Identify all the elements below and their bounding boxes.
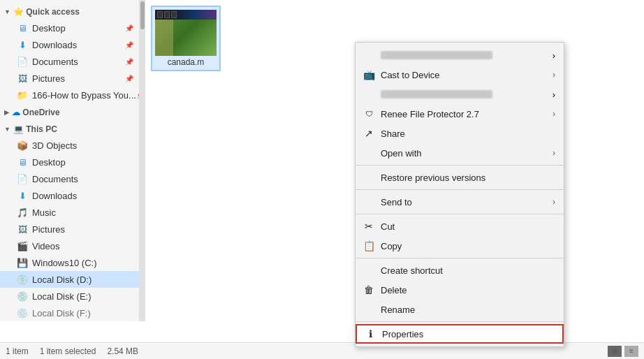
ctx-copy-label: Copy: [381, 241, 402, 251]
ctx-divider-1: [356, 165, 564, 166]
sidebar-videos-label: Videos: [32, 241, 60, 251]
sidebar-localdiskd-label: Local Disk (D:): [32, 274, 92, 285]
pictures-icon: 🖼: [17, 73, 28, 84]
downloads-icon: ⬇: [17, 39, 28, 50]
sidebar-item-folder[interactable]: 📁 166-How to Bypass You... 📌: [0, 87, 139, 103]
ctx-item-sendto[interactable]: Send to ›: [356, 192, 564, 212]
sidebar-item-3dobjects[interactable]: 📦 3D Objects: [0, 137, 139, 154]
sidebar-item-desktop[interactable]: 🖥 Desktop 📌: [0, 20, 139, 36]
pin-icon-4: 📌: [125, 75, 133, 82]
localdisk-d-icon: 💿: [17, 274, 28, 285]
sidebar-item-videos[interactable]: 🎬 Videos: [0, 237, 139, 254]
delete-icon: 🗑: [363, 284, 375, 296]
ctx-divider-5: [356, 321, 564, 322]
view-icons: ⊞ ≡: [608, 346, 638, 357]
restore-icon: [363, 171, 375, 184]
sidebar-item-music[interactable]: 🎵 Music: [0, 204, 139, 221]
windows-icon: 💾: [17, 257, 28, 268]
ctx-rename-label: Rename: [381, 305, 415, 315]
onedrive-label: OneDrive: [22, 108, 59, 117]
ctx-item-openwith[interactable]: Open with ›: [356, 143, 564, 163]
sidebar-item-onedrive[interactable]: ▶ ☁ OneDrive: [0, 103, 139, 120]
sidebar-folder-label: 166-How to Bypass You...: [32, 90, 136, 101]
arrow-icon-openwith: ›: [552, 148, 555, 158]
ctx-divider-4: [356, 258, 564, 258]
list-view-icon[interactable]: ≡: [624, 346, 638, 357]
sidebar-scrollbar-thumb[interactable]: [140, 1, 145, 29]
sidebar-localdiskie-label: Local Disk (E:): [32, 291, 92, 302]
cut-icon: ✂: [363, 220, 375, 233]
ctx-item-createshortcut[interactable]: Create shortcut: [356, 261, 564, 280]
folder-icon: 📁: [17, 89, 28, 101]
arrow-icon-sendto: ›: [552, 197, 555, 207]
ctx-item-rename[interactable]: Rename: [356, 300, 564, 319]
ctx-item-renee[interactable]: 🛡 Renee File Protector 2.7 ›: [356, 104, 564, 124]
ctx-sendto-label: Send to: [381, 197, 412, 207]
ctx-item-blurred-2: ›: [356, 85, 564, 104]
sidebar-item-pictures[interactable]: 🖼 Pictures 📌: [0, 70, 139, 87]
chevron-icon-3: ▼: [4, 126, 10, 133]
sendto-icon: [363, 196, 375, 208]
sidebar-item-localdisk-e[interactable]: 💿 Local Disk (E:): [0, 288, 139, 305]
sidebar-item-thispc[interactable]: ▼ 💻 This PC: [0, 120, 139, 137]
localdisk-e-icon: 💿: [17, 291, 28, 302]
sidebar-item-downloads[interactable]: ⬇ Downloads 📌: [0, 36, 139, 53]
sidebar-scroll-container: ▼ ⭐ Quick access 🖥 Desktop 📌 ⬇ Downloads…: [0, 0, 145, 321]
ctx-cast-label: Cast to Device: [381, 70, 440, 80]
thispc-label: This PC: [26, 124, 57, 134]
arrow-icon-blurred-top: ›: [552, 50, 555, 61]
ctx-item-copy[interactable]: 📋 Copy: [356, 236, 564, 256]
sidebar-item-windows-c[interactable]: 💾 Windows10 (C:): [0, 254, 139, 271]
sidebar-localdiskf-label: Local Disk (F:): [32, 308, 91, 318]
ctx-item-properties[interactable]: ℹ Properties: [356, 324, 564, 344]
sidebar-item-localdisk-d[interactable]: 💿 Local Disk (D:): [0, 271, 139, 288]
sidebar-item-documents2[interactable]: 📄 Documents: [0, 170, 139, 187]
pin-icon: 📌: [125, 24, 133, 32]
sidebar-downloads2-label: Downloads: [32, 191, 77, 201]
sidebar-item-downloads2[interactable]: ⬇ Downloads: [0, 187, 139, 204]
sidebar-documents2-label: Documents: [32, 174, 78, 184]
sidebar-downloads-label: Downloads: [32, 40, 77, 50]
sidebar-item-localdisk-f[interactable]: 💿 Local Disk (F:): [0, 305, 139, 321]
sidebar-desktop2-label: Desktop: [32, 157, 66, 168]
share-icon: ↗: [363, 127, 375, 140]
file-name: canada.m: [168, 57, 205, 67]
ctx-cut-label: Cut: [381, 221, 395, 232]
quickaccess-label: Quick access: [26, 7, 80, 17]
3dobjects-icon: 📦: [17, 140, 28, 151]
ctx-divider-2: [356, 189, 564, 190]
ctx-item-cut[interactable]: ✂ Cut: [356, 217, 564, 236]
arrow-icon-cast: ›: [552, 70, 555, 80]
ctx-properties-label: Properties: [382, 329, 423, 339]
sidebar-scrollbar[interactable]: [140, 0, 145, 321]
sidebar-item-desktop2[interactable]: 🖥 Desktop: [0, 154, 139, 170]
sidebar: ▼ ⭐ Quick access 🖥 Desktop 📌 ⬇ Downloads…: [0, 0, 140, 321]
ctx-item-blurred-top: ›: [356, 45, 564, 65]
file-icon[interactable]: canada.m: [151, 6, 221, 71]
ctx-item-restore[interactable]: Restore previous versions: [356, 168, 564, 187]
explorer-window: ▼ ⭐ Quick access 🖥 Desktop 📌 ⬇ Downloads…: [0, 0, 644, 359]
status-size: 2.54 MB: [107, 346, 138, 356]
film-cell-1: [157, 11, 163, 18]
status-count: 1 item: [6, 346, 29, 356]
sidebar-desktop-label: Desktop: [32, 23, 66, 34]
ctx-item-delete[interactable]: 🗑 Delete: [356, 280, 564, 300]
arrow-icon-blurred-2: ›: [552, 89, 555, 100]
sidebar-group-quickaccess[interactable]: ▼ ⭐ Quick access: [0, 3, 139, 20]
grid-view-icon[interactable]: ⊞: [608, 346, 622, 357]
ctx-item-cast[interactable]: 📺 Cast to Device ›: [356, 65, 564, 85]
properties-icon: ℹ: [364, 328, 376, 340]
ctx-item-share[interactable]: ↗ Share: [356, 124, 564, 143]
pictures-icon-2: 🖼: [17, 224, 28, 235]
documents-icon-2: 📄: [17, 173, 28, 184]
ctx-renee-label: Renee File Protector 2.7: [381, 109, 479, 119]
sidebar-item-documents[interactable]: 📄 Documents 📌: [0, 53, 139, 70]
sidebar-3dobjects-label: 3D Objects: [32, 140, 77, 151]
openwith-icon: [363, 147, 375, 159]
rename-icon: [363, 303, 375, 316]
film-strip: [157, 11, 177, 18]
arrow-icon-renee: ›: [552, 109, 555, 119]
sidebar-windowsc-label: Windows10 (C:): [32, 258, 96, 268]
sidebar-item-pictures2[interactable]: 🖼 Pictures: [0, 221, 139, 237]
context-menu: › 📺 Cast to Device › › 🛡 Renee File Prot…: [355, 42, 564, 347]
